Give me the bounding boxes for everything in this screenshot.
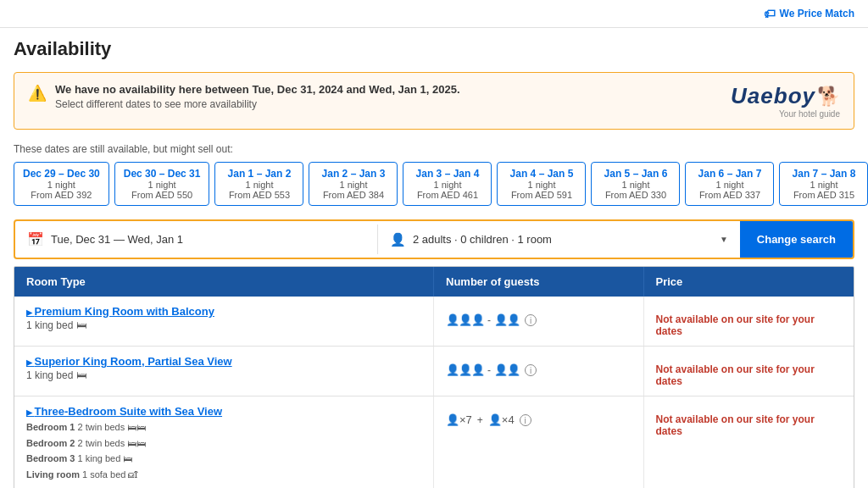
search-bar: 📅 Tue, Dec 31 — Wed, Jan 1 👤 2 adults · … [14, 219, 854, 259]
info-icon[interactable]: i [525, 364, 537, 376]
room-name-3[interactable]: Three-Bedroom Suite with Sea View [26, 405, 421, 418]
price-cell-1: Not available on our site for your dates [644, 297, 854, 346]
date-range: Dec 29 – Dec 30 [23, 168, 100, 180]
price-cell-3: Not available on our site for your dates [644, 396, 854, 488]
date-card[interactable]: Jan 1 – Jan 2 1 night From AED 553 [214, 162, 303, 206]
minus-icon: - [487, 364, 491, 376]
logo-tagline: Your hotel guide [779, 109, 840, 119]
change-search-button[interactable]: Change search [740, 221, 853, 258]
date-range: Jan 2 – Jan 3 [318, 168, 388, 180]
bed-icon: 🛏 [76, 369, 86, 381]
logo-text: Uaeboy [731, 83, 815, 109]
date-scroll-container: Dec 29 – Dec 30 1 night From AED 392 Dec… [0, 158, 868, 213]
info-icon[interactable]: i [520, 414, 531, 426]
guests-cell-2: 👤👤👤 - 👤👤 i [434, 347, 644, 396]
date-nights: 1 night [694, 180, 765, 190]
room-detail-2: 1 king bed 🛏 [26, 369, 421, 381]
price-match[interactable]: 🏷 We Price Match [764, 7, 854, 20]
guest-figure-icons-minus: 👤👤 [494, 363, 520, 376]
date-price: From AED 553 [224, 190, 294, 200]
table-row: Superior King Room, Partial Sea View 1 k… [14, 347, 854, 396]
availability-table: Room Type Number of guests Price Premium… [14, 266, 854, 488]
bedroom-3: Bedroom 3 1 king bed 🛏 [26, 451, 421, 467]
guests-icons-2: 👤👤👤 - 👤👤 i [446, 355, 632, 376]
table-row: Three-Bedroom Suite with Sea View Bedroo… [14, 396, 854, 488]
date-range: Jan 1 – Jan 2 [224, 168, 294, 180]
date-nights: 1 night [600, 180, 670, 190]
search-dates-text: Tue, Dec 31 — Wed, Jan 1 [51, 233, 183, 246]
info-icon[interactable]: i [525, 314, 537, 326]
date-range: Dec 30 – Dec 31 [124, 168, 201, 180]
room-detail-1: 1 king bed 🛏 [26, 319, 421, 331]
logo-area: Uaeboy 🐕 Your hotel guide [731, 83, 840, 119]
plus-icon: + [477, 414, 483, 426]
room-name-1[interactable]: Premium King Room with Balcony [26, 305, 421, 318]
col-room-type: Room Type [14, 267, 434, 297]
room-cell-3: Three-Bedroom Suite with Sea View Bedroo… [14, 396, 434, 488]
date-range: Jan 4 – Jan 5 [506, 168, 576, 180]
guests-cell-1: 👤👤👤 - 👤👤 i [434, 297, 644, 346]
price-match-icon: 🏷 [764, 7, 776, 20]
dates-label: These dates are still available, but mig… [0, 136, 868, 158]
date-price: From AED 392 [23, 190, 100, 200]
date-price: From AED 591 [506, 190, 576, 200]
date-range: Jan 7 – Jan 8 [788, 168, 859, 180]
alert-text: We have no availability here between Tue… [55, 83, 460, 110]
date-card[interactable]: Jan 4 – Jan 5 1 night From AED 591 [497, 162, 586, 206]
price-cell-2: Not available on our site for your dates [644, 347, 854, 396]
alert-icon: ⚠️ [28, 84, 47, 103]
room-name-2[interactable]: Superior King Room, Partial Sea View [26, 355, 421, 368]
guest-figure-icons: 👤👤👤 [446, 363, 484, 376]
table-header: Room Type Number of guests Price [14, 267, 854, 297]
no-availability-alert: ⚠️ We have no availability here between … [14, 72, 854, 130]
date-price: From AED 330 [600, 190, 670, 200]
page-title-section: Availability [0, 28, 868, 65]
date-price: From AED 315 [788, 190, 859, 200]
alert-title: We have no availability here between Tue… [55, 83, 460, 96]
search-guests[interactable]: 👤 2 adults · 0 children · 1 room ▼ [378, 225, 740, 254]
date-range: Jan 6 – Jan 7 [694, 168, 765, 180]
date-nights: 1 night [224, 180, 294, 190]
guests-text: 2 adults · 0 children · 1 room [413, 233, 713, 246]
date-card[interactable]: Jan 2 – Jan 3 1 night From AED 384 [309, 162, 398, 206]
col-price: Price [644, 267, 854, 297]
date-nights: 1 night [788, 180, 859, 190]
date-nights: 1 night [124, 180, 201, 190]
date-price: From AED 384 [318, 190, 388, 200]
date-range: Jan 5 – Jan 6 [600, 168, 670, 180]
table-row: Premium King Room with Balcony 1 king be… [14, 297, 854, 347]
date-nights: 1 night [412, 180, 482, 190]
room-cell-2: Superior King Room, Partial Sea View 1 k… [14, 347, 434, 396]
guest-figure-icons-minus: 👤👤 [494, 313, 520, 326]
minus-icon: - [487, 314, 491, 326]
date-nights: 1 night [23, 180, 100, 190]
not-available-text-2: Not available on our site for your dates [656, 355, 843, 387]
not-available-text-1: Not available on our site for your dates [656, 305, 843, 337]
search-dates[interactable]: 📅 Tue, Dec 31 — Wed, Jan 1 [15, 225, 378, 254]
guest-figure-small: 👤×4 [488, 413, 515, 426]
date-card[interactable]: Jan 5 – Jan 6 1 night From AED 330 [591, 162, 680, 206]
date-nights: 1 night [318, 180, 388, 190]
alert-content: ⚠️ We have no availability here between … [28, 83, 460, 110]
date-card[interactable]: Jan 6 – Jan 7 1 night From AED 337 [685, 162, 774, 206]
calendar-icon: 📅 [27, 231, 44, 247]
date-card[interactable]: Dec 29 – Dec 30 1 night From AED 392 [14, 162, 109, 206]
date-card[interactable]: Dec 30 – Dec 31 1 night From AED 550 [114, 162, 210, 206]
date-price: From AED 461 [412, 190, 482, 200]
guests-icons-1: 👤👤👤 - 👤👤 i [446, 305, 632, 326]
date-card[interactable]: Jan 7 – Jan 8 1 night From AED 315 [779, 162, 868, 206]
bedroom-2: Bedroom 2 2 twin beds 🛏🛏 [26, 435, 421, 452]
guest-figure-large: 👤×7 [446, 413, 472, 426]
bed-icon: 🛏 [76, 319, 86, 331]
date-nights: 1 night [506, 180, 576, 190]
guests-icons-3: 👤×7 + 👤×4 i [446, 405, 632, 426]
price-match-label: We Price Match [780, 8, 854, 19]
guest-figure-icons: 👤👤👤 [446, 313, 484, 326]
page-title: Availability [14, 38, 854, 60]
bedroom-1: Bedroom 1 2 twin beds 🛏🛏 [26, 419, 421, 435]
living-room: Living room 1 sofa bed 🛋 [26, 467, 421, 483]
date-range: Jan 3 – Jan 4 [412, 168, 482, 180]
date-card[interactable]: Jan 3 – Jan 4 1 night From AED 461 [403, 162, 492, 206]
room-detail-3: Bedroom 1 2 twin beds 🛏🛏 Bedroom 2 2 twi… [26, 419, 421, 483]
not-available-text-3: Not available on our site for your dates [656, 405, 843, 437]
